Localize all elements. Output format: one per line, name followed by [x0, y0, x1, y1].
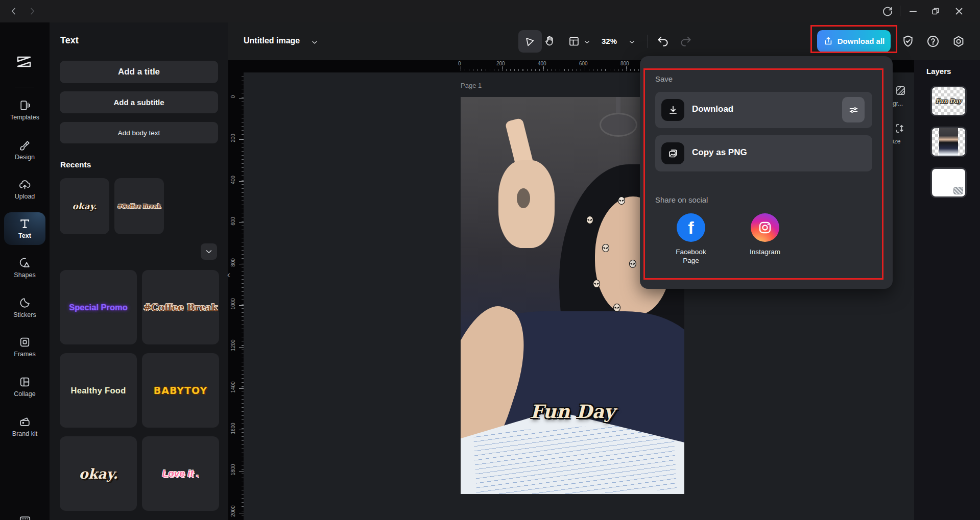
text-template-okay[interactable]: okay.: [60, 436, 137, 511]
background-tool-label[interactable]: kgr...: [890, 100, 914, 107]
forward-icon[interactable]: [27, 6, 38, 17]
download-settings-button[interactable]: [842, 97, 865, 122]
chevron-down-icon: [204, 247, 213, 256]
text-template-babytoy[interactable]: BABYTOY: [142, 353, 219, 428]
reload-icon[interactable]: [881, 5, 894, 17]
layer-thumbnail-background[interactable]: [930, 167, 967, 198]
text-template-coffee-break[interactable]: #Coffee Break: [142, 270, 219, 344]
download-menu-item[interactable]: Download: [655, 92, 872, 128]
layers-panel: Layers Fun Day: [914, 60, 980, 520]
alien-sticker: [586, 216, 594, 225]
toolbar-divider: [648, 35, 648, 48]
sidebar-item-brand-kit[interactable]: Brand kit: [2, 415, 47, 438]
text-template-love-it[interactable]: Love it .: [142, 436, 219, 511]
frames-icon: [18, 336, 31, 349]
stickers-icon: [18, 296, 31, 309]
layer-thumbnail-text[interactable]: Fun Day: [930, 86, 967, 116]
copy-image-icon: [667, 148, 679, 159]
canvas-text-fun-day[interactable]: Fun Day: [461, 401, 684, 422]
back-icon[interactable]: [8, 6, 19, 17]
titlebar: [0, 0, 980, 22]
page-label: Page 1: [461, 82, 482, 89]
alien-sticker: [592, 280, 601, 289]
sidebar-item-templates[interactable]: Templates: [2, 99, 47, 121]
capcut-logo-icon: [16, 55, 33, 68]
copy-as-png-menu-item[interactable]: Copy as PNG: [655, 135, 872, 171]
text-template-special-promo[interactable]: Special Promo: [60, 270, 137, 344]
h-ruler-label: 400: [538, 61, 546, 66]
capcut-editor-window: Templates Design Upload Text Shapes Stic…: [0, 0, 980, 520]
text-icon: [18, 217, 31, 230]
share-instagram-button[interactable]: Instagram: [734, 213, 796, 256]
sidebar-item-design[interactable]: Design: [2, 139, 47, 161]
h-ruler-label: 200: [496, 61, 505, 66]
text-template-healthy-food[interactable]: Healthy Food: [60, 353, 137, 428]
close-icon[interactable]: [953, 5, 965, 17]
download-all-button[interactable]: Download all: [817, 30, 891, 52]
undo-icon: [656, 35, 670, 48]
h-ruler-label: 0: [458, 61, 461, 66]
minimize-icon[interactable]: [907, 5, 919, 17]
upload-icon: [18, 178, 31, 191]
pan-tool-button[interactable]: [543, 35, 556, 47]
layout-view-button[interactable]: [568, 35, 580, 47]
settings-button[interactable]: [951, 34, 966, 48]
design-icon: [18, 139, 31, 152]
sidebar-item-frames[interactable]: Frames: [2, 336, 47, 358]
settings-icon: [951, 34, 966, 48]
resize-tool-label[interactable]: size: [890, 138, 914, 145]
layout-chevron-icon[interactable]: [583, 38, 591, 46]
alien-sticker: [602, 244, 610, 253]
safety-shield-button[interactable]: [901, 34, 915, 48]
add-title-button[interactable]: Add a title: [60, 61, 218, 83]
save-section-heading: Save: [655, 75, 673, 83]
hand-icon: [543, 35, 556, 47]
recents-heading: Recents: [60, 160, 91, 169]
help-button[interactable]: [926, 34, 940, 48]
share-facebook-button[interactable]: f Facebook Page: [660, 213, 722, 265]
cursor-icon: [524, 36, 536, 47]
zoom-level[interactable]: 32%: [602, 37, 617, 45]
h-ruler-label: 800: [620, 61, 629, 66]
layer-thumbnail-photo[interactable]: [930, 127, 967, 157]
resize-tool-icon[interactable]: [895, 122, 906, 134]
text-panel: Text Add a title Add a subtitle Add body…: [50, 22, 228, 520]
sidebar-item-shapes[interactable]: Shapes: [2, 257, 47, 279]
facebook-icon: f: [677, 213, 705, 242]
instagram-icon: [751, 213, 779, 242]
sidebar-item-collage[interactable]: Collage: [2, 376, 47, 398]
recent-text-style-coffee-break[interactable]: #Coffee Break: [114, 178, 164, 234]
left-toolbar-rail: Templates Design Upload Text Shapes Stic…: [0, 22, 50, 520]
alien-sticker: [613, 304, 621, 313]
layout-icon: [568, 35, 580, 47]
recent-text-style-okay[interactable]: okay.: [60, 178, 109, 234]
select-tool-button[interactable]: [518, 30, 542, 53]
sliders-icon: [848, 105, 859, 115]
layers-title: Layers: [926, 67, 951, 76]
keyboard-shortcuts-icon[interactable]: [18, 513, 32, 520]
export-icon: [823, 36, 833, 46]
question-icon: [926, 34, 940, 48]
templates-icon: [18, 99, 31, 112]
background-tool-icon[interactable]: [895, 85, 906, 96]
redo-button[interactable]: [679, 35, 692, 48]
panel-title: Text: [60, 35, 79, 46]
add-body-text-button[interactable]: Add body text: [60, 122, 218, 143]
sidebar-item-upload[interactable]: Upload: [2, 178, 47, 201]
document-title[interactable]: Untitled image: [244, 36, 300, 45]
sidebar-item-text[interactable]: Text: [2, 217, 47, 240]
document-title-chevron-icon[interactable]: [310, 38, 319, 46]
expand-recents-button[interactable]: [201, 243, 217, 260]
download-icon: [667, 105, 679, 116]
panel-collapse-button[interactable]: ‹: [224, 265, 234, 284]
redo-icon: [679, 35, 692, 48]
restore-icon[interactable]: [929, 5, 942, 17]
sidebar-item-stickers[interactable]: Stickers: [2, 296, 47, 319]
h-ruler-label: 600: [579, 61, 588, 66]
undo-button[interactable]: [656, 35, 670, 48]
zoom-chevron-icon[interactable]: [628, 38, 636, 46]
background-badge-icon: [953, 187, 963, 194]
add-subtitle-button[interactable]: Add a subtitle: [60, 91, 218, 113]
right-tool-strip: kgr... size: [890, 60, 914, 213]
alien-sticker: [617, 196, 626, 206]
